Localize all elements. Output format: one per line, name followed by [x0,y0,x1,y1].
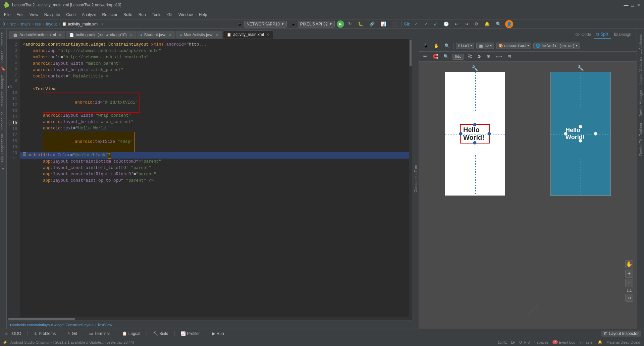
sidebar-commit-icon[interactable]: Commit [0,49,6,65]
breadcrumb-constraint-layout[interactable]: androidx.constraintlayout.widget.Constra… [12,323,93,327]
design-mode-button[interactable]: 🖼 Design [611,31,634,38]
split-mode-button[interactable]: ⧉ Split [594,31,611,39]
attach-button[interactable]: 🔗 [367,20,377,27]
nav-src[interactable]: src [10,22,16,26]
design-gesture-button[interactable]: ✋ [432,43,441,49]
git-bottom-button[interactable]: ⑂ Git [66,331,79,337]
editor-scrollbar[interactable] [409,39,412,317]
git-history-button[interactable]: 🕐 [441,20,451,27]
settings-button[interactable]: ⚙ [472,20,480,27]
close-button[interactable]: ✕ [637,2,641,8]
debug-button[interactable]: 🐛 [356,20,365,27]
logcat-button[interactable]: 📋 Logcat [120,331,143,337]
tab-activitymain[interactable]: 📋 activity_main.xml ✕ [223,31,273,39]
tab-androidmanifest[interactable]: 🤖 AndroidManifest.xml ✕ [9,31,65,39]
todo-button[interactable]: ☑ TODO [3,331,23,337]
minimize-button[interactable]: — [624,2,629,8]
sidebar-project-icon[interactable]: Project [0,30,6,48]
status-event-log[interactable]: 2 Event Log [552,340,575,344]
redo-button[interactable]: ↪ [463,20,470,27]
tab-mainactivity[interactable]: ● MainActivity.java ✕ [176,31,222,39]
hand-cursor-icon[interactable]: ✋ [625,260,633,268]
nav-main[interactable]: main [21,22,30,26]
theme-design-dropdown[interactable]: 🎨 LessonTwo2 ▼ [496,43,531,49]
profiler-button[interactable]: 📈 Profiler [179,331,202,337]
design-zoom-fit-button[interactable]: 🔍 [443,43,451,49]
sidebar-appinspect-icon[interactable]: App Inspection [0,132,6,164]
menu-analyze[interactable]: Analyze [79,12,99,18]
code-mode-button[interactable]: </> Code [572,31,594,38]
menu-navigate[interactable]: Navigate [42,12,63,18]
locale-design-dropdown[interactable]: 🌐 Default (en-us) ▼ [533,43,580,49]
menu-code[interactable]: Code [63,12,78,18]
terminal-button[interactable]: ▭ Terminal [87,331,111,337]
sidebar-device-manager[interactable]: Device Manager [638,87,643,119]
status-notifications-icon[interactable]: 🔔 [598,340,602,344]
git-check-button[interactable]: ✓ [412,20,420,27]
pixel-dropdown[interactable]: PIXEL 5 API 32 ▼ [298,21,335,27]
help-icon[interactable]: ? [640,60,643,65]
status-warning-icon[interactable]: ⚡ [3,340,8,345]
design-pack-button[interactable]: ⊞ [485,53,492,60]
sidebar-structure-icon[interactable]: Structure [0,110,6,132]
tab-studentjava[interactable]: ● Student.java ✕ [137,31,175,39]
zoom-minus-button[interactable]: − [625,279,633,287]
design-constraint-button[interactable]: ⛓ [466,53,474,60]
refresh-button[interactable]: ↻ [346,20,354,27]
design-magnifier-button[interactable]: 🔍 [442,53,450,60]
run-bottom-button[interactable]: ▶ Run [210,331,226,337]
run-button[interactable]: ▶ [337,20,344,28]
profile-button[interactable]: 📊 [379,20,388,27]
tab-buildgradle-close[interactable]: ✕ [129,33,132,37]
build-button[interactable]: 🔨 Build [151,331,170,337]
menu-window[interactable]: Window [176,12,196,18]
git-pull-button[interactable]: ↙ [432,20,439,27]
menu-git[interactable]: Git [165,12,175,18]
design-orientation-button[interactable]: 📱 [421,43,430,49]
menu-refactor[interactable]: Refactor [100,12,120,18]
nav-file[interactable]: activity_main.xml [68,22,98,26]
horizontal-scrollbar-thumb[interactable] [8,318,75,320]
zoom-plus-button[interactable]: + [625,270,633,278]
search-toolbar-button[interactable]: 🔍 [494,20,503,27]
undo-button[interactable]: ↩ [453,20,461,27]
tab-mainactivity-close[interactable]: ✕ [216,33,219,37]
sidebar-favorites-icon[interactable]: ★ [0,165,6,172]
nav-res[interactable]: res [35,22,41,26]
nav-layout[interactable]: layout [46,22,57,26]
git-push-button[interactable]: ↗ [422,20,430,27]
info-icon[interactable]: ℹ [641,50,643,55]
api-design-dropdown[interactable]: 🤖 32 ▼ [476,43,494,49]
menu-help[interactable]: Help [196,12,210,18]
menu-build[interactable]: Build [121,12,135,18]
horizontal-scrollbar[interactable] [7,317,412,321]
editor-scrollbar-thumb[interactable] [410,40,412,66]
design-view-button[interactable]: 👁 [421,53,429,60]
sidebar-bookmarks-icon[interactable]: 🔖 [0,65,6,73]
menu-view[interactable]: View [27,12,41,18]
design-guidelines-button[interactable]: ⊟ [506,53,513,60]
design-magnet-button[interactable]: 🧲 [431,53,440,60]
problems-button[interactable]: ⚠ Problems [32,331,58,337]
sidebar-layout-validation[interactable]: Layout Validation [638,53,643,86]
breadcrumb-textview[interactable]: TextView [97,323,112,327]
tab-androidmanifest-close[interactable]: ✕ [58,33,61,37]
layout-inspector-button[interactable]: ⊡ Layout Inspector [601,331,641,337]
code-content[interactable]: <androidx.constraintlayout.widget.Constr… [20,39,409,317]
menu-run[interactable]: Run [136,12,149,18]
menu-tools[interactable]: Tools [149,12,164,18]
zoom-fit-button[interactable]: ⊡ [625,294,633,302]
sidebar-device-file[interactable]: Device File Explorer [638,120,643,158]
design-align-button[interactable]: ⚙ [476,53,483,60]
device-dropdown[interactable]: NETWORKAPP10 ▼ [244,21,287,27]
notifications-button[interactable]: 🔔 [482,20,492,27]
device-design-dropdown[interactable]: Pixel ▼ [456,43,474,49]
design-expand-button[interactable]: ⟺ [494,53,504,60]
nav-0[interactable]: 0 [3,22,5,26]
menu-file[interactable]: File [1,12,13,18]
tab-buildgradle[interactable]: 📄 build.gradle (:networkapp10) ✕ [66,31,136,39]
stop-button[interactable]: ⬛ [390,20,399,27]
menu-edit[interactable]: Edit [14,12,26,18]
tab-activitymain-close[interactable]: ✕ [266,33,269,37]
tab-studentjava-close[interactable]: ✕ [169,33,172,37]
